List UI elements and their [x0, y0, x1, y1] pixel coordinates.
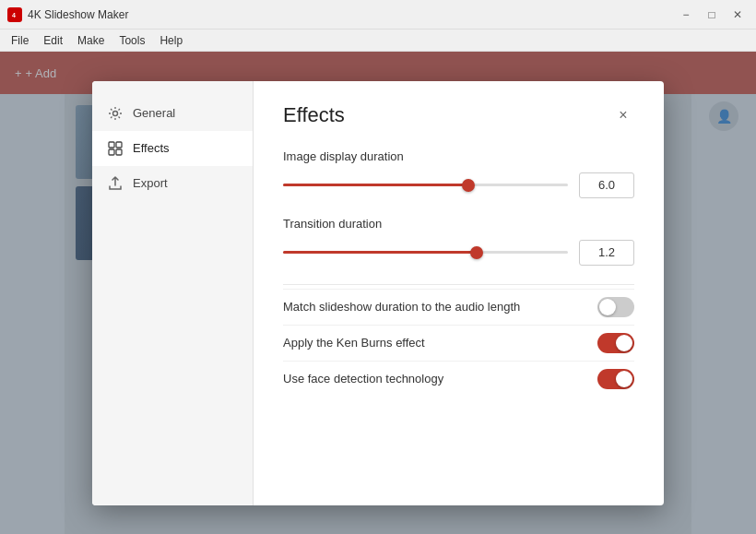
ken-burns-knob	[616, 335, 632, 351]
minimize-button[interactable]: −	[675, 6, 697, 24]
transition-duration-fill	[283, 251, 477, 254]
window-title: 4K Slideshow Maker	[28, 8, 675, 21]
match-slideshow-toggle-row: Match slideshow duration to the audio le…	[283, 289, 634, 325]
general-label: General	[133, 106, 175, 120]
transition-duration-slider-container[interactable]	[283, 243, 568, 262]
modal-body: General Effects	[92, 81, 664, 505]
sidebar-item-export[interactable]: Export	[92, 166, 253, 201]
image-display-duration-setting: Image display duration 6.0	[283, 149, 634, 198]
effects-icon	[107, 140, 124, 157]
face-detection-toggle-row: Use face detection technology	[283, 361, 634, 397]
close-window-button[interactable]: ✕	[726, 6, 749, 24]
menu-make[interactable]: Make	[70, 32, 112, 49]
general-icon	[107, 105, 124, 122]
transition-duration-track	[283, 251, 568, 254]
divider-1	[283, 284, 634, 285]
modal-sidebar: General Effects	[92, 81, 254, 505]
svg-text:4: 4	[12, 12, 16, 18]
match-slideshow-label: Match slideshow duration to the audio le…	[283, 300, 520, 314]
svg-rect-5	[109, 149, 114, 155]
face-detection-knob	[616, 371, 632, 387]
menubar: File Edit Make Tools Help	[0, 30, 756, 52]
menu-edit[interactable]: Edit	[36, 32, 70, 49]
svg-rect-3	[109, 142, 114, 148]
transition-duration-setting: Transition duration 1.2	[283, 217, 634, 266]
settings-modal: General Effects	[92, 81, 664, 505]
transition-duration-label: Transition duration	[283, 217, 634, 231]
transition-duration-thumb[interactable]	[470, 246, 483, 259]
effects-label: Effects	[133, 141, 170, 155]
app-area: + + Add 👤	[0, 52, 756, 534]
ken-burns-toggle[interactable]	[597, 333, 634, 353]
sidebar-item-effects[interactable]: Effects	[92, 131, 253, 166]
menu-file[interactable]: File	[4, 32, 36, 49]
svg-rect-6	[116, 149, 122, 155]
match-slideshow-knob	[599, 299, 616, 315]
sidebar-item-general[interactable]: General	[92, 96, 253, 131]
match-slideshow-toggle[interactable]	[597, 297, 634, 317]
modal-content: Effects × Image display duration 6.0	[254, 81, 664, 505]
ken-burns-label: Apply the Ken Burns effect	[283, 336, 425, 350]
svg-rect-4	[116, 142, 122, 148]
export-icon	[107, 175, 124, 192]
modal-header: Effects ×	[283, 103, 634, 127]
transition-duration-value[interactable]: 1.2	[579, 240, 634, 266]
image-display-duration-track	[283, 184, 568, 186]
modal-close-button[interactable]: ×	[612, 104, 634, 126]
image-display-duration-label: Image display duration	[283, 149, 634, 163]
image-display-duration-thumb[interactable]	[462, 179, 475, 192]
menu-help[interactable]: Help	[152, 32, 190, 49]
menu-tools[interactable]: Tools	[112, 32, 152, 49]
face-detection-toggle[interactable]	[597, 369, 634, 389]
image-display-duration-fill	[283, 184, 468, 186]
modal-title: Effects	[283, 103, 345, 127]
image-display-duration-slider-row: 6.0	[283, 172, 634, 198]
titlebar: 4 4K Slideshow Maker − □ ✕	[0, 0, 756, 30]
app-icon: 4	[7, 7, 22, 22]
svg-point-2	[113, 111, 118, 115]
restore-button[interactable]: □	[701, 6, 723, 24]
image-display-duration-value[interactable]: 6.0	[579, 172, 634, 198]
transition-duration-slider-row: 1.2	[283, 240, 634, 266]
export-label: Export	[133, 176, 168, 190]
window-controls: − □ ✕	[675, 6, 749, 24]
image-display-duration-slider-container[interactable]	[283, 176, 568, 195]
ken-burns-toggle-row: Apply the Ken Burns effect	[283, 325, 634, 361]
face-detection-label: Use face detection technology	[283, 372, 443, 386]
